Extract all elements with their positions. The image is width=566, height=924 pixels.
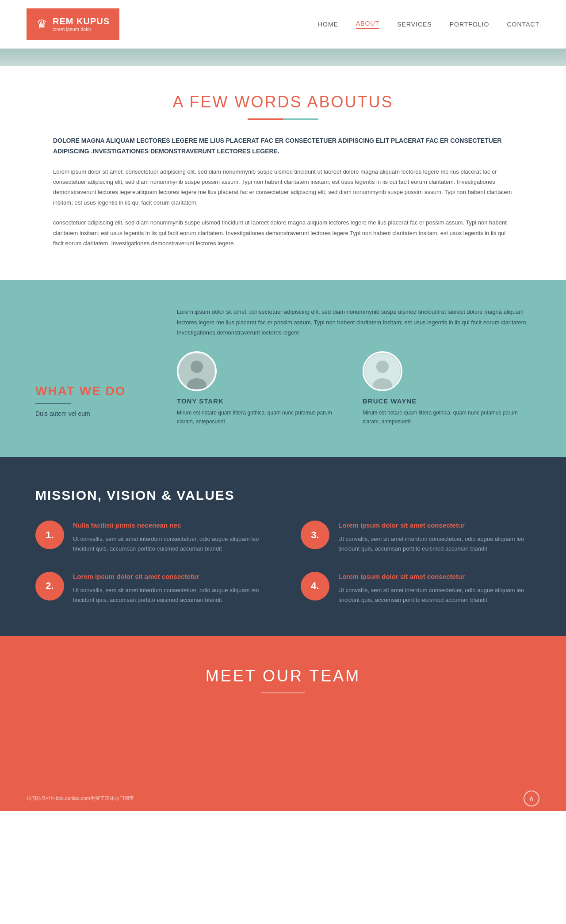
svg-point-4	[376, 361, 389, 373]
logo-icon: ♛	[36, 17, 47, 31]
team-title: MEET OUR TEAM	[35, 667, 531, 685]
mission-number-1: 1.	[35, 521, 64, 549]
scroll-top-button[interactable]: ∧	[524, 791, 539, 806]
nav-services[interactable]: SERVICES	[397, 21, 432, 28]
svg-point-1	[191, 361, 203, 373]
mission-content-4: Lorem ipsum dolor sit amet consectetur U…	[338, 572, 531, 605]
person-tony: TONY STARK Mirum est notare quam littera…	[177, 351, 345, 426]
mission-item-1-title: Nulla facilisii primis necenean nec	[73, 521, 265, 530]
person-bruce: BRUCE WAYNE Mirum est notare quam litter…	[363, 351, 531, 426]
mission-content-3: Lorem ipsum dolor sit amet consectetur U…	[338, 521, 531, 554]
mission-number-2: 2.	[35, 572, 64, 601]
mission-item-4-text: Ut convallis, sem sit amet interdum cons…	[338, 586, 531, 605]
team-section: MEET OUR TEAM	[0, 636, 566, 786]
wwd-top-text: Lorem ipsum dolor sit amet, consectetuer…	[177, 307, 531, 351]
mission-item-2: 2. Lorem ipsum dolor sit amet consectetu…	[35, 572, 265, 605]
logo-subtitle: lorem ipsum dolor	[53, 27, 110, 32]
about-section: A FEW WORDS ABOUTUS DOLORE MAGNA ALIQUAM…	[0, 66, 566, 280]
footer-bar: 访问坊马社区bbs.deniao.com免费了宋体录门阅查 ∧	[0, 786, 566, 811]
mission-item-3-title: Lorem ipsum dolor sit amet consectetur	[338, 521, 531, 530]
mission-item-3: 3. Lorem ipsum dolor sit amet consectetu…	[301, 521, 531, 554]
wwd-left: WHAT WE DO Duis autem vel eum	[35, 307, 159, 426]
footer-watermark: 访问坊马社区bbs.deniao.com免费了宋体录门阅查	[27, 795, 134, 802]
logo-title: REM KUPUS	[53, 16, 110, 27]
tony-avatar	[177, 351, 217, 391]
wwd-description: Lorem ipsum dolor sit amet, consectetuer…	[177, 307, 531, 338]
team-divider	[261, 692, 305, 693]
hero-strip	[0, 49, 566, 66]
mission-item-1: 1. Nulla facilisii primis necenean nec U…	[35, 521, 265, 554]
mission-section: MISSION, VISION & VALUES 1. Nulla facili…	[0, 457, 566, 635]
mission-item-2-title: Lorem ipsum dolor sit amet consectetur	[73, 572, 265, 581]
about-divider	[53, 118, 513, 120]
about-para2: consectetuer adipiscing elit, sed diam n…	[53, 217, 513, 248]
nav-portfolio[interactable]: PORTFOLIO	[450, 21, 490, 28]
divider-left	[248, 118, 283, 120]
bruce-desc: Mirum est notare quam littera gothica, q…	[363, 408, 531, 426]
wwd-title: WHAT WE DO	[35, 384, 159, 398]
about-para1: Lorem ipsum dolor sit amet, consectetuer…	[53, 167, 513, 208]
mission-number-3: 3.	[301, 521, 329, 549]
tony-desc: Mirum est notare quam littera gothica, q…	[177, 408, 345, 426]
main-nav: HOME ABOUT SERVICES PORTFOLIO CONTACT	[318, 20, 539, 29]
mission-content-1: Nulla facilisii primis necenean nec Ut c…	[73, 521, 265, 554]
mission-item-2-text: Ut convallis, sem sit amet interdum cons…	[73, 586, 265, 605]
nav-about[interactable]: ABOUT	[356, 20, 379, 29]
mission-item-4-title: Lorem ipsum dolor sit amet consectetur	[338, 572, 531, 581]
about-bold-text: DOLORE MAGNA ALIQUAM LECTORES LEGERE ME …	[53, 136, 513, 157]
header: ♛ REM KUPUS lorem ipsum dolor HOME ABOUT…	[0, 0, 566, 49]
wwd-divider	[35, 403, 71, 404]
bruce-avatar	[363, 351, 402, 391]
divider-right	[283, 118, 318, 120]
what-we-do-section: WHAT WE DO Duis autem vel eum Lorem ipsu…	[0, 280, 566, 457]
nav-contact[interactable]: CONTACT	[507, 21, 539, 28]
mission-item-1-text: Ut convallis, sem sit amet interdum cons…	[73, 534, 265, 554]
bruce-name: BRUCE WAYNE	[363, 397, 531, 405]
mission-item-4: 4. Lorem ipsum dolor sit amet consectetu…	[301, 572, 531, 605]
nav-home[interactable]: HOME	[318, 21, 338, 28]
tony-name: TONY STARK	[177, 397, 345, 405]
about-title: A FEW WORDS ABOUTUS	[53, 93, 513, 111]
mission-item-3-text: Ut convallis, sem sit amet interdum cons…	[338, 534, 531, 554]
mission-title: MISSION, VISION & VALUES	[35, 488, 531, 503]
mission-grid: 1. Nulla facilisii primis necenean nec U…	[35, 521, 531, 605]
wwd-subtitle: Duis autem vel eum	[35, 410, 159, 417]
mission-content-2: Lorem ipsum dolor sit amet consectetur U…	[73, 572, 265, 605]
mission-number-4: 4.	[301, 572, 329, 601]
logo[interactable]: ♛ REM KUPUS lorem ipsum dolor	[27, 8, 119, 40]
